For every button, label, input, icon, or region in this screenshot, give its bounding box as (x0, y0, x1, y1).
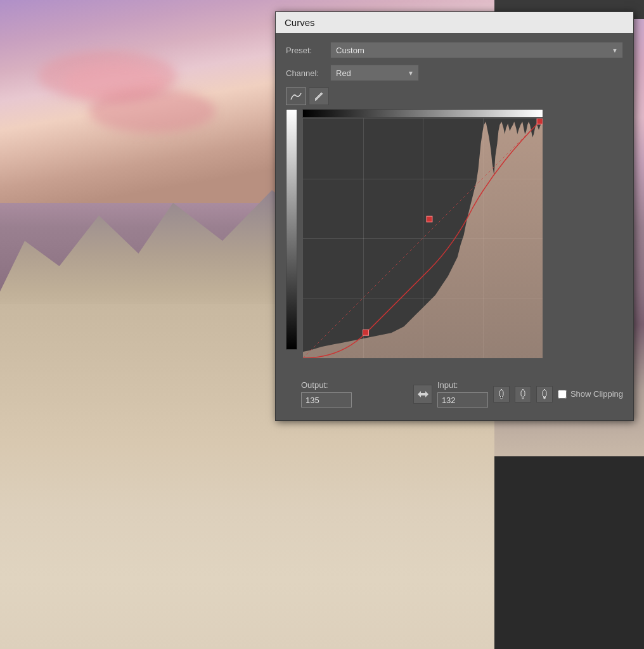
show-clipping-label: Show Clipping (570, 389, 623, 399)
preset-dropdown-wrapper: Custom Default Cross Process Darker Incr… (330, 42, 623, 58)
input-section: Input: (437, 380, 488, 408)
white-eyedropper-icon (540, 389, 549, 400)
preset-label: Preset: (286, 46, 330, 55)
control-point-2[interactable] (427, 216, 432, 222)
pencil-tool-button[interactable] (309, 87, 329, 105)
histogram-path (303, 122, 543, 358)
input-value-input[interactable] (437, 392, 488, 408)
histogram-svg (303, 119, 543, 358)
curves-canvas-wrapper (302, 109, 623, 371)
curves-panel: Curves Preset: Custom Default Cross Proc… (275, 11, 634, 421)
preset-row: Preset: Custom Default Cross Process Dar… (286, 42, 623, 58)
show-clipping-checkbox[interactable] (558, 390, 567, 399)
gray-eyedropper-icon (518, 389, 527, 400)
pencil-tool-icon (314, 91, 324, 101)
control-point-1[interactable] (363, 330, 369, 335)
gradient-strip (286, 109, 297, 350)
curves-canvas[interactable] (302, 118, 543, 359)
curves-title: Curves (285, 17, 315, 28)
bottom-buttons-row: Input: (413, 380, 623, 408)
bottom-controls: Input: (413, 380, 623, 411)
output-label: Output: (301, 380, 352, 390)
preset-dropdown[interactable]: Custom Default Cross Process Darker Incr… (330, 42, 623, 58)
show-clipping-row: Show Clipping (558, 389, 623, 399)
black-eyedropper-icon (497, 389, 506, 400)
bottom-gradient-bar (302, 109, 543, 118)
output-input-container: Output: Input: (286, 380, 623, 411)
svg-point-1 (500, 396, 502, 398)
output-side (286, 109, 297, 371)
channel-dropdown-wrapper: RGB Red Green Blue ▼ (330, 65, 419, 81)
curves-body: Preset: Custom Default Cross Process Dar… (276, 33, 633, 420)
output-value-input[interactable] (301, 392, 352, 408)
output-section: Output: (301, 380, 352, 408)
svg-point-2 (522, 396, 524, 398)
input-label: Input: (437, 380, 488, 390)
black-eyedropper-button[interactable] (493, 386, 510, 402)
gray-eyedropper-button[interactable] (515, 386, 531, 402)
handles-container (302, 359, 543, 371)
tools-row (286, 87, 623, 105)
curve-tool-button[interactable] (286, 87, 306, 105)
auto-icon (416, 389, 429, 400)
cloud-3 (89, 89, 216, 133)
dark-bottom-right (494, 456, 644, 649)
white-eyedropper-button[interactable] (536, 386, 553, 402)
curves-titlebar: Curves (276, 12, 633, 33)
curve-tool-icon (290, 92, 302, 101)
channel-row: Channel: RGB Red Green Blue ▼ (286, 65, 623, 81)
curves-main (286, 109, 623, 371)
svg-point-3 (543, 396, 545, 398)
channel-label: Channel: (286, 68, 330, 78)
channel-dropdown[interactable]: RGB Red Green Blue (330, 65, 419, 81)
auto-button[interactable] (413, 385, 432, 404)
control-point-top[interactable] (537, 119, 543, 124)
